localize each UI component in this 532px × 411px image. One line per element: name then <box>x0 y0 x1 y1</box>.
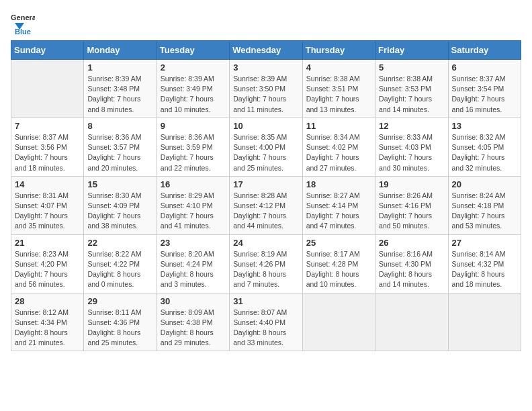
day-number: 16 <box>161 179 226 189</box>
day-info: Sunrise: 8:26 AMSunset: 4:16 PMDaylight:… <box>379 191 444 232</box>
day-info: Sunrise: 8:37 AMSunset: 3:54 PMDaylight:… <box>452 74 517 115</box>
day-number: 26 <box>379 238 444 248</box>
day-number: 18 <box>306 179 371 189</box>
day-number: 9 <box>161 121 226 131</box>
calendar-cell: 12Sunrise: 8:33 AMSunset: 4:03 PMDayligh… <box>375 118 448 176</box>
day-number: 23 <box>161 238 226 248</box>
day-number: 28 <box>15 296 80 306</box>
calendar-cell: 18Sunrise: 8:27 AMSunset: 4:14 PMDayligh… <box>302 176 375 234</box>
day-number: 5 <box>379 62 444 73</box>
day-info: Sunrise: 8:32 AMSunset: 4:05 PMDaylight:… <box>452 132 517 173</box>
calendar-cell: 13Sunrise: 8:32 AMSunset: 4:05 PMDayligh… <box>448 118 521 176</box>
calendar-cell: 29Sunrise: 8:11 AMSunset: 4:36 PMDayligh… <box>84 293 157 351</box>
day-number: 27 <box>452 238 517 248</box>
calendar-cell <box>11 60 84 118</box>
calendar-cell: 22Sunrise: 8:22 AMSunset: 4:22 PMDayligh… <box>84 234 157 293</box>
day-info: Sunrise: 8:33 AMSunset: 4:03 PMDaylight:… <box>379 132 444 173</box>
calendar-cell: 30Sunrise: 8:09 AMSunset: 4:38 PMDayligh… <box>157 293 229 351</box>
weekday-header: Tuesday <box>157 41 229 60</box>
day-info: Sunrise: 8:11 AMSunset: 4:36 PMDaylight:… <box>87 308 152 349</box>
day-info: Sunrise: 8:39 AMSunset: 3:48 PMDaylight:… <box>87 74 152 115</box>
calendar-cell: 6Sunrise: 8:37 AMSunset: 3:54 PMDaylight… <box>448 60 521 118</box>
calendar-cell: 3Sunrise: 8:39 AMSunset: 3:50 PMDaylight… <box>230 60 302 118</box>
day-number: 12 <box>379 121 444 131</box>
day-info: Sunrise: 8:16 AMSunset: 4:30 PMDaylight:… <box>379 249 444 290</box>
day-number: 15 <box>87 179 152 189</box>
day-info: Sunrise: 8:19 AMSunset: 4:26 PMDaylight:… <box>233 249 298 290</box>
weekday-header: Saturday <box>448 41 521 60</box>
weekday-header: Sunday <box>11 41 84 60</box>
day-info: Sunrise: 8:17 AMSunset: 4:28 PMDaylight:… <box>306 249 371 290</box>
weekday-header: Friday <box>375 41 448 60</box>
calendar-cell: 14Sunrise: 8:31 AMSunset: 4:07 PMDayligh… <box>11 176 84 234</box>
day-number: 6 <box>452 62 517 73</box>
day-info: Sunrise: 8:35 AMSunset: 4:00 PMDaylight:… <box>233 132 298 173</box>
calendar-week-row: 28Sunrise: 8:12 AMSunset: 4:34 PMDayligh… <box>11 293 521 351</box>
calendar-cell: 11Sunrise: 8:34 AMSunset: 4:02 PMDayligh… <box>302 118 375 176</box>
calendar-table: SundayMondayTuesdayWednesdayThursdayFrid… <box>11 40 521 351</box>
svg-text:General: General <box>11 13 35 21</box>
day-info: Sunrise: 8:29 AMSunset: 4:10 PMDaylight:… <box>161 191 226 232</box>
calendar-cell: 27Sunrise: 8:14 AMSunset: 4:32 PMDayligh… <box>448 234 521 293</box>
day-info: Sunrise: 8:36 AMSunset: 3:57 PMDaylight:… <box>87 132 152 173</box>
day-info: Sunrise: 8:30 AMSunset: 4:09 PMDaylight:… <box>87 191 152 232</box>
calendar-cell: 8Sunrise: 8:36 AMSunset: 3:57 PMDaylight… <box>84 118 157 176</box>
day-number: 24 <box>233 238 298 248</box>
calendar-cell: 2Sunrise: 8:39 AMSunset: 3:49 PMDaylight… <box>157 60 229 118</box>
calendar-week-row: 7Sunrise: 8:37 AMSunset: 3:56 PMDaylight… <box>11 118 521 176</box>
calendar-cell: 25Sunrise: 8:17 AMSunset: 4:28 PMDayligh… <box>302 234 375 293</box>
logo-svg: General Blue <box>11 11 35 35</box>
weekday-header: Monday <box>84 41 157 60</box>
header-area: General Blue <box>11 11 521 35</box>
day-number: 1 <box>87 62 152 73</box>
day-info: Sunrise: 8:24 AMSunset: 4:18 PMDaylight:… <box>452 191 517 232</box>
day-number: 30 <box>161 296 226 306</box>
calendar-cell: 7Sunrise: 8:37 AMSunset: 3:56 PMDaylight… <box>11 118 84 176</box>
day-info: Sunrise: 8:39 AMSunset: 3:50 PMDaylight:… <box>233 74 298 115</box>
day-number: 4 <box>306 62 371 73</box>
day-number: 13 <box>452 121 517 131</box>
svg-text:Blue: Blue <box>15 28 31 35</box>
day-number: 3 <box>233 62 298 73</box>
calendar-week-row: 14Sunrise: 8:31 AMSunset: 4:07 PMDayligh… <box>11 176 521 234</box>
calendar-cell: 20Sunrise: 8:24 AMSunset: 4:18 PMDayligh… <box>448 176 521 234</box>
calendar-cell: 28Sunrise: 8:12 AMSunset: 4:34 PMDayligh… <box>11 293 84 351</box>
calendar-cell: 10Sunrise: 8:35 AMSunset: 4:00 PMDayligh… <box>230 118 302 176</box>
calendar-cell <box>302 293 375 351</box>
calendar-cell: 31Sunrise: 8:07 AMSunset: 4:40 PMDayligh… <box>230 293 302 351</box>
day-info: Sunrise: 8:31 AMSunset: 4:07 PMDaylight:… <box>15 191 80 232</box>
day-info: Sunrise: 8:39 AMSunset: 3:49 PMDaylight:… <box>161 74 226 115</box>
day-number: 29 <box>87 296 152 306</box>
day-number: 2 <box>161 62 226 73</box>
day-number: 7 <box>15 121 80 131</box>
day-info: Sunrise: 8:34 AMSunset: 4:02 PMDaylight:… <box>306 132 371 173</box>
day-number: 10 <box>233 121 298 131</box>
day-info: Sunrise: 8:22 AMSunset: 4:22 PMDaylight:… <box>87 249 152 290</box>
day-info: Sunrise: 8:07 AMSunset: 4:40 PMDaylight:… <box>233 308 298 349</box>
calendar-cell: 16Sunrise: 8:29 AMSunset: 4:10 PMDayligh… <box>157 176 229 234</box>
calendar-cell: 19Sunrise: 8:26 AMSunset: 4:16 PMDayligh… <box>375 176 448 234</box>
day-info: Sunrise: 8:27 AMSunset: 4:14 PMDaylight:… <box>306 191 371 232</box>
calendar-cell: 24Sunrise: 8:19 AMSunset: 4:26 PMDayligh… <box>230 234 302 293</box>
day-number: 21 <box>15 238 80 248</box>
day-info: Sunrise: 8:14 AMSunset: 4:32 PMDaylight:… <box>452 249 517 290</box>
day-info: Sunrise: 8:12 AMSunset: 4:34 PMDaylight:… <box>15 308 80 349</box>
calendar-cell: 15Sunrise: 8:30 AMSunset: 4:09 PMDayligh… <box>84 176 157 234</box>
day-number: 11 <box>306 121 371 131</box>
calendar-week-row: 21Sunrise: 8:23 AMSunset: 4:20 PMDayligh… <box>11 234 521 293</box>
calendar-cell: 9Sunrise: 8:36 AMSunset: 3:59 PMDaylight… <box>157 118 229 176</box>
calendar-cell: 23Sunrise: 8:20 AMSunset: 4:24 PMDayligh… <box>157 234 229 293</box>
calendar-cell: 4Sunrise: 8:38 AMSunset: 3:51 PMDaylight… <box>302 60 375 118</box>
weekday-header: Wednesday <box>230 41 302 60</box>
calendar-cell: 21Sunrise: 8:23 AMSunset: 4:20 PMDayligh… <box>11 234 84 293</box>
day-number: 22 <box>87 238 152 248</box>
day-info: Sunrise: 8:09 AMSunset: 4:38 PMDaylight:… <box>161 308 226 349</box>
calendar-cell <box>375 293 448 351</box>
day-info: Sunrise: 8:36 AMSunset: 3:59 PMDaylight:… <box>161 132 226 173</box>
day-info: Sunrise: 8:23 AMSunset: 4:20 PMDaylight:… <box>15 249 80 290</box>
day-info: Sunrise: 8:28 AMSunset: 4:12 PMDaylight:… <box>233 191 298 232</box>
day-number: 8 <box>87 121 152 131</box>
weekday-header: Thursday <box>302 41 375 60</box>
day-number: 14 <box>15 179 80 189</box>
calendar-cell: 26Sunrise: 8:16 AMSunset: 4:30 PMDayligh… <box>375 234 448 293</box>
